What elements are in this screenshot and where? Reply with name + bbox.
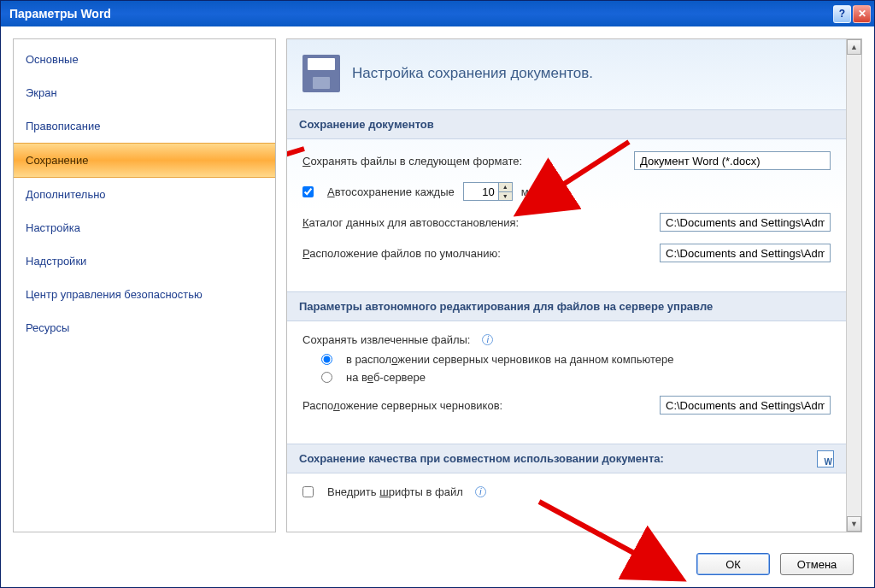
option-web-radio[interactable] <box>321 372 332 383</box>
section-save-body: Сохранять файлы в следующем формате: Авт… <box>287 139 846 291</box>
sidebar-item-proofing[interactable]: Правописание <box>14 109 275 143</box>
section-save-header: Сохранение документов <box>287 109 846 139</box>
sidebar-item-advanced[interactable]: Дополнительно <box>14 178 275 211</box>
option-local-radio[interactable] <box>321 354 332 365</box>
option-local-label: в расположении серверных черновиков на д… <box>346 353 674 366</box>
cancel-button[interactable]: Отмена <box>780 553 854 575</box>
section-quality-header: Сохранение качества при совместном испол… <box>287 444 846 473</box>
recovery-path-label: Каталог данных для автовосстановления: <box>302 216 519 229</box>
section-quality-title: Сохранение качества при совместном испол… <box>299 452 664 465</box>
extracted-files-label: Сохранять извлеченные файлы: <box>302 333 470 346</box>
drafts-path-label: Расположение серверных черновиков: <box>302 399 502 412</box>
autosave-checkbox[interactable] <box>302 186 314 197</box>
document-icon[interactable] <box>817 450 834 467</box>
page-title: Настройка сохранения документов. <box>352 65 593 82</box>
vertical-scrollbar[interactable]: ▲ ▼ <box>846 39 861 532</box>
drafts-path-field[interactable] <box>660 396 831 415</box>
option-web-label: на веб-сервере <box>346 371 426 384</box>
scroll-up-icon[interactable]: ▲ <box>847 39 861 55</box>
info-icon[interactable]: i <box>475 486 486 497</box>
save-format-label-text: охранять файлы в следующем формате: <box>310 155 522 168</box>
titlebar[interactable]: Параметры Word ? ✕ <box>1 1 874 26</box>
sidebar-item-resources[interactable]: Ресурсы <box>14 311 275 344</box>
autosave-unit: минут <box>521 185 552 198</box>
recovery-path-field[interactable] <box>660 213 831 232</box>
embed-fonts-label: Внедрить шрифты в файл <box>327 485 463 498</box>
spinner-up-icon[interactable]: ▲ <box>499 183 512 192</box>
sidebar-item-save[interactable]: Сохранение <box>14 143 275 178</box>
embed-fonts-checkbox[interactable] <box>302 486 314 497</box>
section-quality-body: Внедрить шрифты в файл i <box>287 473 846 527</box>
content-scroll: Настройка сохранения документов. Сохране… <box>287 39 846 532</box>
save-format-field[interactable] <box>634 151 831 170</box>
spinner-down-icon[interactable]: ▼ <box>499 192 512 201</box>
save-format-label: Сохранять файлы в следующем формате: <box>302 155 522 168</box>
help-button[interactable]: ? <box>833 5 851 23</box>
word-options-dialog: Параметры Word ? ✕ Основные Экран Правоп… <box>0 0 875 588</box>
default-location-label: Расположение файлов по умолчанию: <box>302 247 501 260</box>
sidebar-item-general[interactable]: Основные <box>14 43 275 76</box>
close-button[interactable]: ✕ <box>853 5 871 23</box>
section-offline-header: Параметры автономного редактирования для… <box>287 291 846 321</box>
window-title: Параметры Word <box>9 7 831 21</box>
content-panel: Настройка сохранения документов. Сохране… <box>286 38 862 532</box>
scroll-track[interactable] <box>847 55 861 516</box>
dialog-body: Основные Экран Правописание Сохранение Д… <box>1 26 874 544</box>
sidebar-item-display[interactable]: Экран <box>14 76 275 109</box>
info-icon[interactable]: i <box>482 334 493 345</box>
dialog-footer: ОК Отмена <box>1 544 874 587</box>
sidebar-item-addins[interactable]: Надстройки <box>14 244 275 278</box>
spinner-arrows[interactable]: ▲▼ <box>498 183 512 200</box>
floppy-icon <box>302 55 340 92</box>
sidebar-item-customize[interactable]: Настройка <box>14 211 275 244</box>
page-header: Настройка сохранения документов. <box>287 39 846 109</box>
ok-button[interactable]: ОК <box>696 553 770 575</box>
scroll-down-icon[interactable]: ▼ <box>847 516 861 532</box>
autosave-interval-spinner[interactable]: ▲▼ <box>463 182 513 201</box>
section-offline-body: Сохранять извлеченные файлы: i в располо… <box>287 321 846 444</box>
autosave-interval-input[interactable] <box>464 183 498 200</box>
sidebar-item-trust-center[interactable]: Центр управления безопасностью <box>14 278 275 311</box>
sidebar: Основные Экран Правописание Сохранение Д… <box>13 38 276 532</box>
autosave-label: Автосохранение каждые <box>327 185 455 198</box>
default-location-field[interactable] <box>660 244 831 262</box>
